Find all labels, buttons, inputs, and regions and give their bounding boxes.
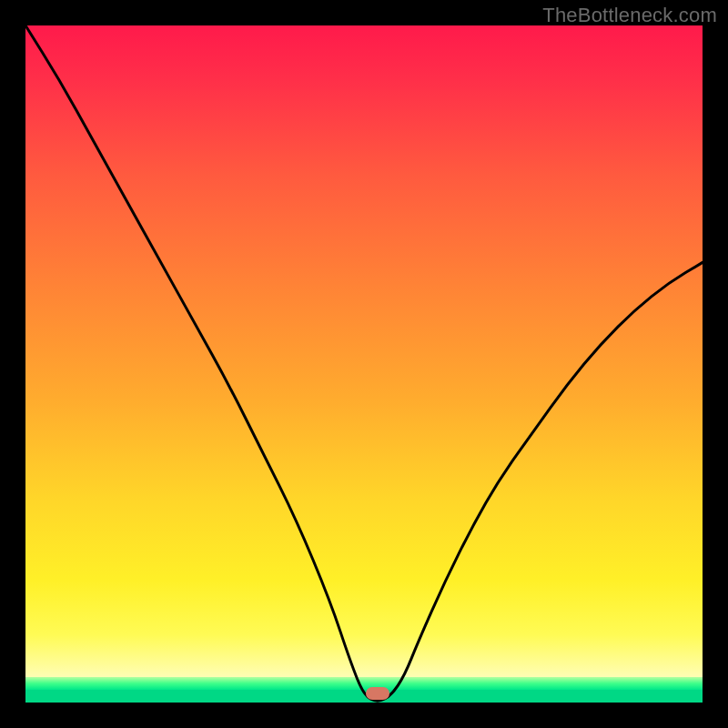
chart-frame: TheBottleneck.com <box>0 0 728 728</box>
bottleneck-curve-path <box>25 25 703 701</box>
watermark-text: TheBottleneck.com <box>542 4 717 27</box>
min-marker <box>366 687 389 700</box>
curve-svg <box>25 25 703 703</box>
plot-area <box>25 25 703 703</box>
